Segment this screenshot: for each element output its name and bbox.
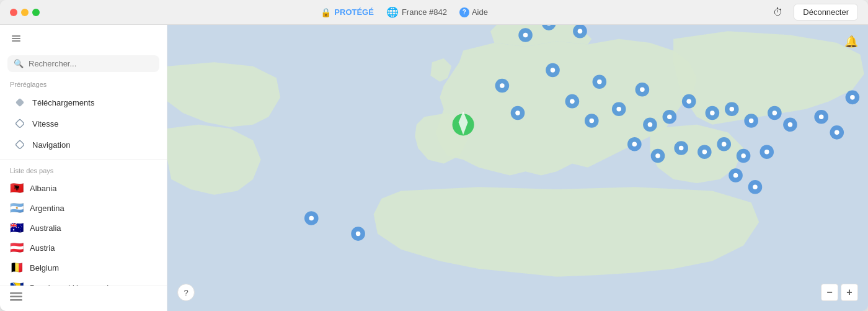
svg-point-58 <box>648 122 653 127</box>
app-window: 🔒 PROTÉGÉ 🌐 France #842 ? Aide ⏱ Déconne… <box>0 0 868 311</box>
map-help-button[interactable]: ? <box>177 284 195 301</box>
navigation-icon <box>14 138 26 151</box>
svg-point-46 <box>597 79 602 84</box>
svg-point-65 <box>741 153 746 158</box>
svg-rect-5 <box>16 140 24 149</box>
flag-argentina: 🇦🇷 <box>10 202 24 214</box>
maximize-button[interactable] <box>32 9 40 16</box>
svg-point-64 <box>722 142 727 146</box>
nav-label-vitesse: Vitesse <box>32 119 58 128</box>
svg-point-63 <box>702 150 707 155</box>
svg-rect-1 <box>12 38 20 39</box>
map-area: 🔔 ? − + <box>167 25 868 311</box>
svg-point-50 <box>590 119 595 124</box>
search-input[interactable] <box>29 59 153 68</box>
zoom-in-button[interactable]: + <box>841 284 858 301</box>
svg-rect-4 <box>16 119 24 128</box>
svg-point-57 <box>773 110 777 115</box>
search-box: 🔍 <box>7 55 159 72</box>
svg-point-48 <box>640 88 645 92</box>
map-svg <box>167 25 868 311</box>
lock-icon: 🔒 <box>321 7 331 17</box>
country-name-albania: Albania <box>30 184 56 193</box>
svg-point-54 <box>710 110 715 115</box>
country-item-belgium[interactable]: 🇧🇪 Belgium <box>0 258 167 277</box>
location-badge: 🌐 France #842 <box>386 6 447 18</box>
svg-point-49 <box>616 107 621 112</box>
title-bar-right: ⏱ Déconnecter <box>769 3 858 22</box>
country-item-australia[interactable]: 🇦🇺 Australia <box>0 218 167 238</box>
svg-point-69 <box>835 130 839 135</box>
countries-label: Liste des pays <box>0 163 167 178</box>
country-item-austria[interactable]: 🇦🇹 Austria <box>0 238 167 258</box>
svg-point-56 <box>749 119 754 124</box>
title-bar: 🔒 PROTÉGÉ 🌐 France #842 ? Aide ⏱ Déconne… <box>0 0 868 25</box>
country-item-bosnia[interactable]: 🇧🇦 Bosnia and Herzegovina <box>0 277 167 286</box>
svg-rect-7 <box>10 296 22 298</box>
flag-belgium: 🇧🇪 <box>10 262 24 273</box>
nav-item-vitesse[interactable]: Vitesse <box>4 113 163 134</box>
svg-point-47 <box>500 83 505 88</box>
search-icon: 🔍 <box>14 59 24 68</box>
sidebar: 🔍 Préréglages Téléchargements <box>0 25 167 311</box>
nav-item-telecharger[interactable]: Téléchargements <box>4 92 163 113</box>
svg-point-60 <box>632 142 637 146</box>
svg-rect-8 <box>10 299 22 301</box>
svg-point-66 <box>764 150 769 155</box>
svg-point-45 <box>551 68 556 73</box>
minimize-button[interactable] <box>21 9 29 16</box>
close-button[interactable] <box>10 9 17 16</box>
notification-button[interactable]: 🔔 <box>842 32 861 51</box>
countries-list: 🇦🇱 Albania 🇦🇷 Argentina 🇦🇺 Australia 🇦🇹 … <box>0 178 167 286</box>
svg-point-68 <box>819 114 824 119</box>
svg-point-67 <box>788 122 793 127</box>
flag-austria: 🇦🇹 <box>10 242 24 253</box>
svg-rect-3 <box>16 98 24 107</box>
speed-icon <box>14 117 26 130</box>
layers-icon[interactable] <box>10 32 22 48</box>
status-text: PROTÉGÉ <box>334 7 374 17</box>
nav-item-navigation[interactable]: Navigation <box>4 134 163 155</box>
flag-australia: 🇦🇺 <box>10 222 24 233</box>
svg-point-52 <box>667 114 672 119</box>
help-badge[interactable]: ? Aide <box>459 7 488 17</box>
main-content: 🔍 Préréglages Téléchargements <box>0 25 868 311</box>
svg-point-74 <box>356 232 361 237</box>
help-text: Aide <box>472 7 488 17</box>
sidebar-bottom <box>0 286 167 311</box>
country-name-belgium: Belgium <box>30 263 59 273</box>
status-badge: 🔒 PROTÉGÉ <box>321 7 374 17</box>
nav-label-telecharger: Téléchargements <box>32 98 94 107</box>
svg-point-59 <box>515 110 520 115</box>
svg-point-55 <box>730 107 735 112</box>
svg-point-77 <box>850 95 855 100</box>
flag-albania: 🇦🇱 <box>10 183 24 194</box>
download-icon <box>14 96 26 109</box>
svg-point-62 <box>679 146 684 151</box>
svg-point-72 <box>578 29 583 34</box>
svg-point-73 <box>309 216 314 221</box>
help-icon: ? <box>184 288 188 297</box>
divider <box>0 159 167 160</box>
globe-icon: 🌐 <box>386 6 399 18</box>
sidebar-header <box>0 25 167 53</box>
settings-button[interactable]: ⏱ <box>769 3 787 22</box>
svg-rect-0 <box>12 35 20 37</box>
country-name-argentina: Argentina <box>30 204 64 213</box>
country-item-albania[interactable]: 🇦🇱 Albania <box>0 178 167 198</box>
map-zoom-controls: − + <box>821 284 858 301</box>
country-item-argentina[interactable]: 🇦🇷 Argentina <box>0 198 167 218</box>
country-name-austria: Austria <box>30 243 55 253</box>
svg-point-70 <box>523 33 528 38</box>
svg-rect-6 <box>10 292 22 294</box>
title-bar-center: 🔒 PROTÉGÉ 🌐 France #842 ? Aide <box>47 6 761 18</box>
svg-point-51 <box>570 99 575 104</box>
traffic-lights <box>10 9 40 16</box>
zoom-out-button[interactable]: − <box>821 284 838 301</box>
disconnect-button[interactable]: Déconnecter <box>794 4 858 20</box>
prefs-label: Préréglages <box>0 78 167 92</box>
bars-icon[interactable] <box>10 294 22 304</box>
svg-point-61 <box>655 153 660 158</box>
country-name-australia: Australia <box>30 223 61 233</box>
nav-label-navigation: Navigation <box>32 140 70 150</box>
